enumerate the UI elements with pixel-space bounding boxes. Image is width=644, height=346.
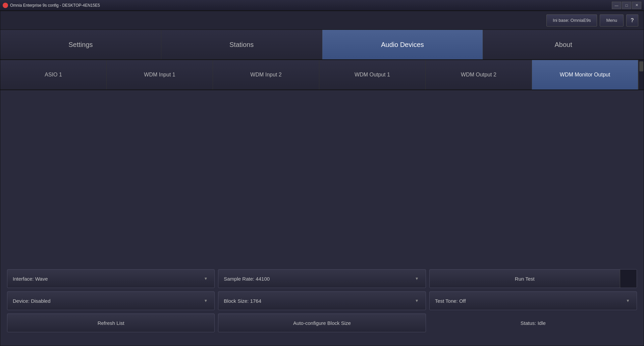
sub-tab-wdm-output2[interactable]: WDM Output 2 [426,60,532,90]
help-button[interactable]: ? [626,14,638,26]
device-dropdown[interactable]: Device: Disabled ▼ [7,291,215,310]
device-dropdown-arrow: ▼ [202,297,209,304]
run-test-side [620,270,637,288]
sub-tabs-scroll: ASIO 1 WDM Input 1 WDM Input 2 WDM Outpu… [0,60,638,90]
maximize-button[interactable]: □ [622,2,631,9]
sub-tab-wdm-monitor-output[interactable]: WDM Monitor Output [532,60,638,90]
sub-tabs: ASIO 1 WDM Input 1 WDM Input 2 WDM Outpu… [0,60,644,90]
tab-audio-devices[interactable]: Audio Devices [322,30,483,59]
sample-rate-dropdown-arrow: ▼ [414,275,420,282]
sub-tab-wdm-input2[interactable]: WDM Input 2 [213,60,319,90]
minimize-button[interactable]: — [612,2,621,9]
tab-stations[interactable]: Stations [161,30,322,59]
main-tabs: Settings Stations Audio Devices About [0,30,644,60]
content-spacer [7,97,637,269]
status-label: Status: Idle [429,313,637,332]
auto-configure-button[interactable]: Auto-configure Block Size [218,313,426,332]
window-title: Omnia Enterprise 9s config - DESKTOP-4EN… [10,3,612,8]
app-container: Ini base: OmniaE9s Menu ? Settings Stati… [0,11,644,346]
interface-dropdown[interactable]: Interface: Wave ▼ [7,269,215,288]
sub-tab-wdm-input1[interactable]: WDM Input 1 [107,60,213,90]
controls-grid: Interface: Wave ▼ Sample Rate: 44100 ▼ R… [7,269,637,339]
test-tone-dropdown[interactable]: Test Tone: Off ▼ [429,291,637,310]
menu-button[interactable]: Menu [600,14,624,26]
title-bar: Omnia Enterprise 9s config - DESKTOP-4EN… [0,0,644,11]
content-area: Interface: Wave ▼ Sample Rate: 44100 ▼ R… [0,90,644,346]
ini-base-button[interactable]: Ini base: OmniaE9s [546,14,597,26]
toolbar: Ini base: OmniaE9s Menu ? [0,11,644,30]
block-size-dropdown-arrow: ▼ [414,297,420,304]
block-size-dropdown[interactable]: Block Size: 1764 ▼ [218,291,426,310]
sub-tab-wdm-output1[interactable]: WDM Output 1 [319,60,426,90]
sample-rate-dropdown[interactable]: Sample Rate: 44100 ▼ [218,269,426,288]
tab-about[interactable]: About [483,30,644,59]
app-icon [3,3,8,8]
refresh-list-button[interactable]: Refresh List [7,313,215,332]
sub-tab-scrollbar[interactable] [638,60,644,90]
sub-tab-asio1[interactable]: ASIO 1 [0,60,107,90]
interface-dropdown-arrow: ▼ [202,275,209,282]
tab-settings[interactable]: Settings [0,30,161,59]
run-test-button[interactable]: Run Test [429,269,637,288]
test-tone-dropdown-arrow: ▼ [625,297,631,304]
close-button[interactable]: ✕ [632,2,641,9]
window-controls: — □ ✕ [612,2,641,9]
scrollbar-thumb[interactable] [639,61,643,71]
